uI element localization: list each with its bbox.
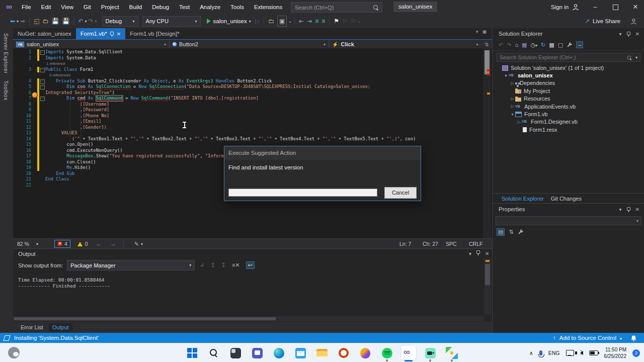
- editor-vertical-scrollbar[interactable]: [483, 48, 491, 238]
- new-project-icon[interactable]: ◱: [34, 16, 39, 26]
- tree-item[interactable]: My Project: [493, 87, 644, 95]
- props-caret-icon[interactable]: ▾: [619, 207, 622, 212]
- notification-count-badge[interactable]: 2: [632, 349, 640, 357]
- search-icon[interactable]: [373, 5, 378, 10]
- tab-close-icon[interactable]: ✕: [117, 31, 121, 37]
- language-indicator[interactable]: ENG: [548, 350, 560, 356]
- line-number[interactable]: 13: [13, 130, 31, 136]
- code-text[interactable]: ,[Phone No]: [45, 113, 492, 119]
- output-hscrollbar-thumb[interactable]: [14, 317, 276, 320]
- tree-item[interactable]: ▷Resources: [493, 95, 644, 103]
- panel-tab-git-changes[interactable]: Git Changes: [548, 195, 585, 203]
- tree-expand-icon[interactable]: ▷: [510, 81, 515, 85]
- taskbar-edge-icon[interactable]: [271, 345, 286, 360]
- line-number[interactable]: 5: [13, 84, 31, 90]
- back-caret-icon[interactable]: ▾: [17, 19, 19, 24]
- redo-icon[interactable]: ↷: [89, 16, 94, 26]
- line-number[interactable]: 7: [13, 96, 31, 102]
- open-folder-icon[interactable]: 🗀: [42, 16, 48, 26]
- zoom-dropdown[interactable]: 82 % ▾: [13, 241, 45, 247]
- code-text[interactable]: ,[Password]: [45, 107, 492, 113]
- code-text[interactable]: ,[Email]: [45, 119, 492, 125]
- fold-minus-box[interactable]: −: [40, 68, 45, 72]
- window-list-icon[interactable]: ▣: [482, 29, 487, 34]
- code-line[interactable]: 1−Imports System.Data.SqlClient: [13, 49, 492, 55]
- start-debug-icon[interactable]: [207, 19, 211, 24]
- cancel-button[interactable]: Cancel: [384, 187, 417, 199]
- line-number[interactable]: 15: [13, 142, 31, 148]
- menu-file[interactable]: File: [17, 0, 36, 14]
- split-editor-icon[interactable]: ⇅: [485, 42, 489, 47]
- line-number[interactable]: 1: [13, 49, 31, 55]
- code-text[interactable]: Dim cmd As SqlCommand = New SqlCommand("…: [45, 96, 492, 102]
- bottom-tab-output[interactable]: Output: [49, 323, 72, 331]
- bottom-tab-error-list[interactable]: Error List: [17, 323, 47, 331]
- line-number[interactable]: 19: [13, 165, 31, 171]
- add-to-source-control-button[interactable]: Add to Source Control: [559, 335, 616, 341]
- se-show-all-files-icon[interactable]: –: [576, 41, 583, 48]
- edit-mode-caret-icon[interactable]: ▾: [141, 242, 143, 246]
- line-number[interactable]: 21: [13, 176, 31, 183]
- clear-output-icon[interactable]: ≡✕: [232, 262, 240, 268]
- fold-minus-box[interactable]: −: [40, 97, 45, 101]
- more-options-caret-icon[interactable]: ⌄: [288, 19, 292, 24]
- speaker-icon[interactable]: [580, 351, 583, 355]
- document-tab[interactable]: NuGet: salon_unisex: [13, 28, 76, 39]
- line-number[interactable]: 4: [13, 78, 31, 84]
- line-number[interactable]: 11: [13, 119, 31, 125]
- props-pin-icon[interactable]: [627, 207, 630, 211]
- se-pin-icon[interactable]: [627, 32, 630, 35]
- menu-build[interactable]: Build: [125, 0, 147, 14]
- code-text[interactable]: Dim con As SqlConnection = New SqlConnec…: [45, 84, 492, 90]
- microphone-icon[interactable]: [539, 350, 542, 355]
- tab-list-caret-icon[interactable]: ▾: [476, 29, 478, 34]
- code-line[interactable]: 10 ,[Phone No]: [13, 113, 492, 119]
- line-number[interactable]: 14: [13, 136, 31, 142]
- document-tab[interactable]: Form1.vb [Design]*: [125, 28, 184, 39]
- code-line[interactable]: 9 ,[Password]: [13, 107, 492, 113]
- object-dropdown[interactable]: Button2 ▾: [170, 40, 329, 49]
- output-close-icon[interactable]: ✕: [485, 251, 489, 256]
- error-mark[interactable]: [487, 69, 490, 71]
- line-number[interactable]: 22: [13, 183, 31, 189]
- error-count-badge[interactable]: ✕ 4: [54, 240, 70, 248]
- solution-explorer-search-input[interactable]: Search Solution Explorer (Ctrl+;) ▾: [497, 53, 640, 62]
- configuration-dropdown[interactable]: Debug▾: [102, 16, 138, 27]
- tree-item[interactable]: ▷VBApplicationEvents.vb: [493, 103, 644, 110]
- undo-caret-icon[interactable]: ▾: [85, 19, 87, 24]
- warning-icon[interactable]: [77, 242, 83, 246]
- taskbar-explorer-icon[interactable]: [314, 345, 330, 360]
- close-button[interactable]: ✕: [627, 0, 644, 14]
- line-number[interactable]: 18: [13, 159, 31, 165]
- navigate-back-icon[interactable]: ⬅: [10, 16, 15, 26]
- taskbar-snip-icon[interactable]: [444, 345, 459, 360]
- word-wrap-icon[interactable]: ↩: [246, 261, 255, 269]
- line-number[interactable]: 12: [13, 125, 31, 131]
- code-text[interactable]: Integrated Security=True"): [45, 90, 492, 96]
- code-line[interactable]: 6Integrated Security=True"): [13, 90, 492, 96]
- toolbox-vertical-tab[interactable]: Toolbox: [3, 80, 9, 101]
- se-switch-views-icon[interactable]: ▦: [522, 42, 527, 48]
- code-line[interactable]: 11 ,[Email]: [13, 119, 492, 125]
- next-issue-icon[interactable]: →: [110, 240, 116, 247]
- code-line[interactable]: 12 ,[Gender]): [13, 125, 492, 131]
- code-text[interactable]: VALUES: [45, 130, 492, 136]
- taskbar-teams-icon[interactable]: [250, 345, 265, 360]
- line-indicator[interactable]: Ln: 7: [399, 241, 423, 247]
- code-text[interactable]: ([Username]: [45, 102, 492, 108]
- tree-item[interactable]: ▾VBsalon_unisex: [493, 71, 644, 79]
- code-line[interactable]: 8 ([Username]: [13, 102, 492, 108]
- output-horizontal-scrollbar[interactable]: [13, 316, 484, 321]
- menu-project[interactable]: Project: [97, 0, 124, 14]
- fold-minus-box[interactable]: −: [40, 79, 45, 84]
- line-number[interactable]: 3: [13, 67, 31, 73]
- error-mark[interactable]: [487, 73, 490, 75]
- pin-icon[interactable]: [110, 32, 114, 35]
- source-control-caret-icon[interactable]: ▴: [620, 336, 622, 340]
- code-line[interactable]: 3−Public Class Form1: [13, 67, 492, 73]
- menu-edit[interactable]: Edit: [37, 0, 56, 14]
- sign-in-button[interactable]: Sign in: [551, 0, 579, 14]
- output-source-dropdown[interactable]: Package Manager ▾: [67, 260, 195, 270]
- document-tab[interactable]: Form1.vb*✕: [76, 28, 125, 39]
- line-number[interactable]: 20: [13, 171, 31, 177]
